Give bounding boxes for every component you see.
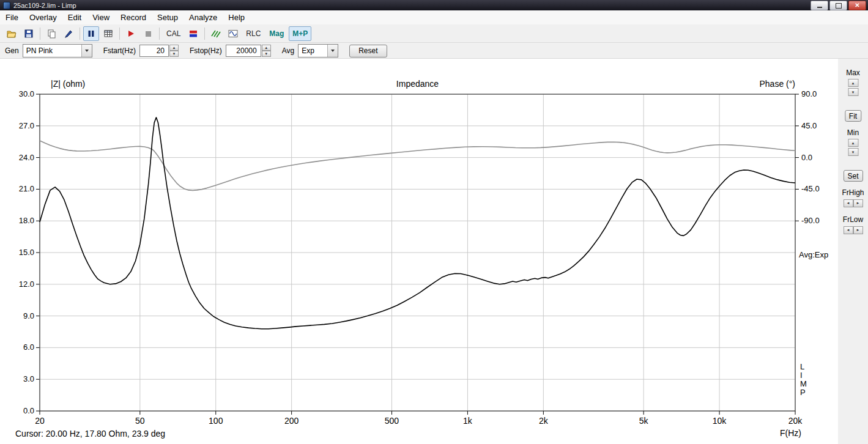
reset-button[interactable]: Reset bbox=[349, 45, 387, 57]
limp-watermark: P bbox=[800, 388, 806, 397]
right-axis-title: Phase (°) bbox=[759, 79, 795, 89]
fstop-down-button[interactable]: ▼ bbox=[262, 51, 271, 57]
app-icon bbox=[3, 2, 10, 9]
menu-file[interactable]: File bbox=[0, 11, 24, 24]
max-up-button[interactable]: ▲ bbox=[848, 79, 858, 87]
gen-label: Gen bbox=[5, 46, 19, 55]
menu-overlay[interactable]: Overlay bbox=[24, 11, 62, 24]
fstart-up-button[interactable]: ▲ bbox=[169, 45, 179, 51]
generator-dropdown[interactable]: PN Pink bbox=[23, 44, 92, 57]
calibrate-button[interactable]: CAL bbox=[163, 26, 184, 41]
menu-setup[interactable]: Setup bbox=[152, 11, 184, 24]
set-button[interactable]: Set bbox=[843, 170, 862, 182]
fstart-spinner: 20 ▲ ▼ bbox=[139, 45, 179, 57]
left-tick-label: 27.0 bbox=[19, 121, 34, 130]
limp-watermark: M bbox=[800, 379, 807, 388]
frhigh-left-button[interactable]: ◄ bbox=[844, 199, 853, 207]
limp-watermark: I bbox=[800, 371, 803, 380]
x-tick-label: 200 bbox=[284, 416, 299, 426]
min-up-button[interactable]: ▲ bbox=[848, 139, 858, 147]
limp-watermark: L bbox=[800, 362, 804, 371]
window-title: 25ac109-2.lim - Limp bbox=[13, 2, 76, 9]
diagonal-lines-button[interactable] bbox=[208, 26, 224, 41]
diagonal-lines-icon bbox=[211, 29, 221, 39]
play-icon bbox=[126, 29, 136, 39]
minimize-icon bbox=[817, 7, 822, 8]
menu-view[interactable]: View bbox=[87, 11, 115, 24]
sine-wave-icon bbox=[228, 29, 238, 39]
x-tick-label: 100 bbox=[209, 416, 223, 426]
play-button[interactable] bbox=[123, 26, 139, 41]
averaging-dropdown[interactable]: Exp bbox=[298, 44, 338, 57]
menu-analyze[interactable]: Analyze bbox=[184, 11, 223, 24]
avg-annotation: Avg:Exp bbox=[799, 250, 828, 259]
generator-dropdown-button[interactable] bbox=[81, 45, 92, 57]
pen-button[interactable] bbox=[61, 26, 76, 41]
averaging-dropdown-button[interactable] bbox=[327, 45, 338, 57]
toolbar-separator bbox=[204, 28, 205, 40]
stop-button[interactable] bbox=[140, 26, 156, 41]
x-tick-label: 2k bbox=[539, 416, 549, 426]
phase-tick-label: 90.0 bbox=[801, 89, 817, 98]
toolbar-separator bbox=[40, 28, 40, 40]
pen-icon bbox=[64, 29, 73, 39]
frlow-right-button[interactable]: ► bbox=[853, 226, 863, 234]
chevron-down-icon bbox=[331, 50, 335, 52]
fit-button[interactable]: Fit bbox=[845, 110, 861, 122]
copy-button[interactable] bbox=[43, 26, 59, 41]
open-folder-icon bbox=[7, 29, 17, 39]
fstart-down-button[interactable]: ▼ bbox=[169, 51, 179, 57]
x-tick-label: 500 bbox=[385, 416, 399, 426]
max-down-button[interactable]: ▼ bbox=[848, 88, 858, 96]
red-blue-bars-icon bbox=[188, 29, 198, 39]
chevron-down-icon bbox=[85, 50, 89, 52]
x-tick-label: 20k bbox=[788, 416, 803, 426]
left-axis-title: |Z| (ohm) bbox=[51, 79, 85, 89]
title-bar: 25ac109-2.lim - Limp ✕ bbox=[0, 0, 868, 10]
save-button[interactable] bbox=[21, 26, 37, 41]
averaging-value: Exp bbox=[299, 46, 327, 55]
phase-tick-label: -45.0 bbox=[801, 184, 820, 193]
magnitude-mode-button[interactable]: Mag bbox=[265, 26, 287, 41]
sine-wave-button[interactable] bbox=[225, 26, 241, 41]
x-tick-label: 20 bbox=[35, 416, 45, 426]
menu-help[interactable]: Help bbox=[223, 11, 250, 24]
frlow-left-button[interactable]: ◄ bbox=[844, 226, 853, 234]
menu-record[interactable]: Record bbox=[115, 11, 152, 24]
impedance-phase-chart[interactable]: 0.03.06.09.012.015.018.021.024.027.030.0… bbox=[0, 59, 838, 444]
max-label: Max bbox=[838, 68, 868, 77]
copy-icon bbox=[46, 29, 56, 39]
pause-icon bbox=[86, 29, 96, 39]
fstop-input[interactable]: 20000 bbox=[226, 45, 261, 57]
close-button[interactable]: ✕ bbox=[848, 1, 866, 10]
cursor-readout: Cursor: 20.00 Hz, 17.80 Ohm, 23.9 deg bbox=[15, 429, 170, 438]
phase-tick-label: -90.0 bbox=[801, 216, 820, 225]
fstop-up-button[interactable]: ▲ bbox=[262, 45, 271, 51]
menu-edit[interactable]: Edit bbox=[62, 11, 87, 24]
pause-button[interactable] bbox=[83, 26, 99, 41]
toolbar-separator bbox=[159, 28, 160, 40]
stop-icon bbox=[143, 29, 153, 39]
left-tick-label: 6.0 bbox=[23, 342, 34, 352]
table-button[interactable] bbox=[100, 26, 116, 41]
red-blue-bars-button[interactable] bbox=[185, 26, 201, 41]
open-button[interactable] bbox=[4, 26, 20, 41]
minimize-button[interactable] bbox=[811, 1, 828, 10]
frhigh-right-button[interactable]: ► bbox=[853, 199, 863, 207]
chart-title: Impedance bbox=[396, 79, 439, 89]
phase-tick-label: 45.0 bbox=[801, 121, 817, 130]
frlow-label: FrLow bbox=[838, 215, 868, 224]
x-tick-label: 1k bbox=[463, 416, 473, 426]
table-icon bbox=[103, 29, 113, 39]
min-down-button[interactable]: ▼ bbox=[848, 148, 858, 156]
save-icon bbox=[24, 29, 34, 39]
window-controls: ✕ bbox=[811, 1, 866, 10]
phase-curve bbox=[40, 141, 795, 190]
close-icon: ✕ bbox=[855, 2, 859, 9]
maximize-button[interactable] bbox=[829, 1, 847, 10]
fstart-input[interactable]: 20 bbox=[139, 45, 169, 57]
magnitude-phase-mode-button[interactable]: M+P bbox=[289, 26, 311, 41]
x-tick-label: 10k bbox=[713, 416, 727, 426]
rlc-button[interactable]: RLC bbox=[242, 26, 264, 41]
side-panel: Max ▲ ▼ Fit Min ▲ ▼ Set FrHigh ◄ ► FrLow… bbox=[838, 59, 868, 444]
